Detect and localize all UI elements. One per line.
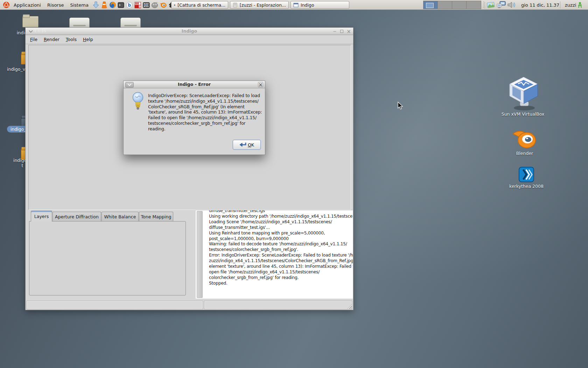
user-switcher-icon[interactable] — [576, 1, 583, 9]
log-text: diffuse_transmitter_test.igs' Using work… — [209, 210, 353, 286]
ubuntu-logo-icon[interactable] — [2, 1, 10, 9]
ok-return-arrow-icon — [239, 142, 246, 148]
panel-menu-risorse[interactable]: Risorse — [44, 1, 67, 9]
kerkythea-icon — [519, 166, 534, 183]
statusbar-left — [27, 301, 203, 309]
menu-help[interactable]: Help — [80, 35, 96, 43]
virtualbox-icon — [507, 76, 540, 111]
top-panel: Applicazioni Risorse Sistema b B — [0, 0, 588, 10]
indigo-menubar: File Render Tools Help — [26, 35, 353, 44]
light-bulb-icon — [131, 91, 145, 111]
error-message: IndigoDriverExcep: SceneLoaderExcep: Fai… — [148, 93, 262, 132]
workspace-1[interactable] — [424, 1, 438, 9]
taskbar-button-label: [zuzzi - Esplorazion... — [240, 2, 286, 8]
blender-icon — [511, 128, 537, 150]
update-download-icon[interactable] — [92, 1, 100, 9]
panel-username[interactable]: zuzzi — [565, 2, 576, 8]
bluefish-icon[interactable]: b — [126, 1, 133, 9]
workspace-4[interactable] — [467, 1, 481, 9]
firefox-icon[interactable] — [109, 1, 117, 9]
gimp-icon[interactable] — [151, 1, 159, 9]
tab-white-balance[interactable]: White Balance — [102, 212, 139, 222]
taskbar-button-file-manager[interactable]: [zuzzi - Esplorazion... — [230, 1, 289, 9]
log-scrollbar[interactable] — [197, 211, 203, 298]
menu-file[interactable]: File — [27, 35, 41, 43]
desktop-icon-label: Blender — [505, 151, 544, 156]
workspace-2[interactable] — [438, 1, 452, 9]
workspace-switcher[interactable] — [423, 1, 481, 9]
layers-tab-panel — [29, 221, 186, 295]
mouse-cursor — [397, 102, 404, 110]
maximize-icon — [340, 30, 343, 33]
dialog-titlebar[interactable]: Indigo - Error × — [124, 81, 265, 88]
minimize-button[interactable]: − — [332, 28, 338, 34]
taskbar-button-indigo[interactable]: Indigo — [290, 1, 349, 9]
window-icon — [293, 3, 299, 7]
tab-tone-mapping[interactable]: Tone Mapping — [139, 212, 173, 222]
ok-button[interactable]: OK — [233, 140, 261, 150]
desktop-icon-kerkythea[interactable]: kerkythea 2008 — [519, 166, 534, 184]
tab-aperture-diffraction[interactable]: Aperture Diffraction — [52, 212, 101, 222]
network-computer-icon[interactable] — [496, 1, 506, 9]
screenshot-tray-icon[interactable] — [486, 1, 496, 9]
taskbar-button-label: [Cattura di scherma... — [177, 2, 225, 8]
firefox-icon — [174, 2, 175, 8]
film-editor-icon[interactable] — [142, 1, 150, 9]
maximize-button[interactable] — [339, 28, 345, 34]
tab-layers[interactable]: Layers — [31, 211, 52, 222]
indigo-titlebar[interactable]: 1.1.15 Indigo − × — [26, 28, 353, 35]
dialog-close-button[interactable]: × — [258, 82, 263, 87]
statusbar-right — [204, 301, 352, 309]
svg-text:b: b — [128, 3, 131, 8]
desktop-icon-label: kerkythea 2008 — [502, 184, 551, 189]
render-log[interactable]: diffuse_transmitter_test.igs' Using work… — [196, 210, 353, 299]
svg-text:B: B — [139, 5, 141, 8]
desktop-icon-label: Sun xVM VirtualBox — [498, 111, 547, 117]
window-title: Indigo — [26, 28, 353, 34]
volume-icon[interactable] — [507, 1, 517, 9]
desktop-icon-virtualbox[interactable]: Sun xVM VirtualBox — [507, 76, 540, 113]
panel-menu-applicazioni[interactable]: Applicazioni — [10, 1, 44, 9]
panel-menu-sistema[interactable]: Sistema — [67, 1, 91, 9]
vlc-icon[interactable] — [100, 1, 108, 9]
terminal-icon[interactable] — [117, 1, 125, 9]
error-dialog: Indigo - Error × IndigoDriverExcep: Scen… — [123, 81, 265, 155]
tray-handle[interactable] — [483, 1, 485, 8]
blender-launcher-icon[interactable] — [159, 1, 167, 9]
taskbar-button-label: Indigo — [301, 2, 314, 8]
menu-render[interactable]: Render — [41, 35, 63, 43]
workspace-3[interactable] — [452, 1, 467, 9]
panel-clock[interactable]: gio 11 dic, 11.37 — [521, 2, 559, 8]
dialog-title: Indigo - Error — [124, 82, 265, 87]
ok-button-label: OK — [248, 142, 254, 148]
indigo-window: 1.1.15 Indigo − × File Render Tools Help… — [25, 27, 354, 310]
media-player-icon[interactable]: B — [134, 1, 142, 9]
file-manager-icon — [233, 2, 238, 8]
menu-tools[interactable]: Tools — [63, 35, 80, 43]
close-button[interactable]: × — [346, 28, 352, 34]
taskbar-button-screenshot[interactable]: [Cattura di scherma... — [171, 1, 228, 9]
desktop-icon-blender[interactable]: Blender — [511, 128, 537, 151]
desktop-icon-folder-indigo[interactable] — [22, 16, 38, 27]
